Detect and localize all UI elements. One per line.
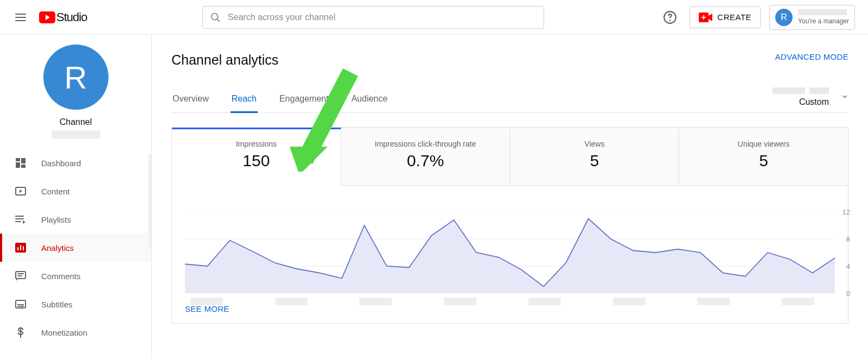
metric-unique-viewers[interactable]: Unique viewers5	[679, 128, 848, 186]
channel-name-placeholder	[52, 130, 100, 139]
see-more-link[interactable]: SEE MORE	[185, 304, 848, 313]
page-title: Channel analytics	[171, 52, 278, 68]
sidebar-item-label: Dashboard	[41, 159, 81, 168]
sidebar-item-subtitles[interactable]: Subtitles	[0, 290, 151, 318]
search-input-wrap[interactable]	[202, 6, 544, 29]
metric-label: Views	[515, 140, 675, 148]
app-header: Studio CREATE R You're a manager	[0, 0, 868, 35]
x-label-placeholder	[528, 298, 561, 305]
scrollbar[interactable]	[148, 154, 151, 247]
date-range-label[interactable]: Custom	[799, 97, 829, 107]
youtube-icon	[39, 11, 55, 23]
metric-value: 150	[176, 152, 336, 170]
sidebar-item-label: Playlists	[41, 215, 71, 224]
sidebar-item-label: Analytics	[41, 243, 74, 253]
metric-impressions[interactable]: Impressions150	[172, 128, 341, 186]
range-placeholder	[773, 87, 805, 94]
tab-audience[interactable]: Audience	[350, 94, 389, 113]
subtitles-icon	[14, 298, 27, 311]
sidebar-item-label: Monetization	[41, 328, 87, 337]
sidebar-item-label: Subtitles	[41, 300, 73, 309]
sidebar-item-label: Comments	[41, 272, 81, 281]
tabs: OverviewReachEngagementAudience	[171, 94, 388, 112]
x-label-placeholder	[359, 298, 392, 305]
x-label-placeholder	[613, 298, 646, 305]
metric-views[interactable]: Views5	[510, 128, 680, 186]
x-label-placeholder	[782, 298, 814, 305]
create-label: CREATE	[717, 12, 751, 22]
comments-icon	[14, 269, 27, 282]
search-icon	[209, 11, 221, 23]
search-input[interactable]	[228, 12, 537, 22]
logo-text: Studio	[56, 10, 87, 24]
y-tick: 4	[846, 262, 850, 270]
account-name-placeholder	[798, 9, 847, 15]
y-tick: 0	[846, 289, 850, 298]
sidebar-item-label: Content	[41, 187, 70, 196]
help-icon[interactable]	[659, 7, 681, 28]
metric-label: Unique viewers	[684, 140, 844, 148]
sidebar-item-playlists[interactable]: Playlists	[0, 205, 151, 234]
svg-rect-7	[16, 162, 20, 168]
svg-point-3	[669, 20, 671, 21]
analytics-icon	[14, 241, 27, 254]
tab-engagement[interactable]: Engagement	[278, 94, 330, 113]
sidebar-item-dashboard[interactable]: Dashboard	[0, 149, 151, 177]
monetization-icon	[14, 326, 27, 339]
x-label-placeholder	[697, 298, 730, 305]
reach-card: Impressions150Impressions click-through …	[171, 127, 848, 324]
tab-overview[interactable]: Overview	[171, 94, 210, 113]
main-content: Channel analytics ADVANCED MODE Overview…	[152, 35, 868, 359]
sidebar-item-comments[interactable]: Comments	[0, 262, 151, 290]
x-label-placeholder	[444, 298, 476, 305]
metric-impressions-click-through-rate[interactable]: Impressions click-through rate0.7%	[341, 128, 510, 186]
dashboard-icon	[14, 156, 27, 169]
range-placeholder	[809, 87, 829, 94]
create-button[interactable]: CREATE	[690, 7, 761, 28]
svg-rect-8	[21, 165, 25, 168]
x-label-placeholder	[190, 298, 223, 305]
sidebar-item-content[interactable]: Content	[0, 177, 151, 205]
sidebar-item-monetization[interactable]: Monetization	[0, 318, 151, 347]
sidebar: R Channel DashboardContentPlaylistsAnaly…	[0, 35, 152, 359]
svg-rect-6	[21, 158, 25, 163]
advanced-mode-link[interactable]: ADVANCED MODE	[775, 52, 848, 61]
tab-reach[interactable]: Reach	[231, 94, 258, 113]
chevron-down-icon[interactable]	[841, 93, 848, 102]
account-switcher[interactable]: R You're a manager	[769, 5, 855, 30]
sidebar-item-analytics[interactable]: Analytics	[0, 234, 151, 262]
account-role: You're a manager	[798, 17, 849, 25]
metric-value: 5	[515, 152, 675, 170]
menu-icon[interactable]	[10, 7, 31, 28]
metric-value: 0.7%	[346, 152, 506, 170]
y-tick: 8	[846, 235, 850, 243]
metric-label: Impressions click-through rate	[346, 140, 506, 148]
channel-avatar[interactable]: R	[43, 45, 108, 110]
channel-label: Channel	[0, 117, 151, 127]
svg-rect-11	[16, 272, 25, 279]
impressions-chart[interactable]: 04812	[185, 212, 835, 293]
x-label-placeholder	[275, 298, 308, 305]
svg-rect-5	[16, 158, 20, 161]
metric-value: 5	[684, 152, 844, 170]
playlists-icon	[14, 213, 27, 226]
create-icon	[699, 12, 713, 22]
logo[interactable]: Studio	[39, 10, 87, 24]
content-icon	[14, 185, 27, 198]
avatar: R	[775, 9, 793, 26]
y-tick: 12	[843, 208, 850, 216]
metric-label: Impressions	[176, 140, 336, 148]
